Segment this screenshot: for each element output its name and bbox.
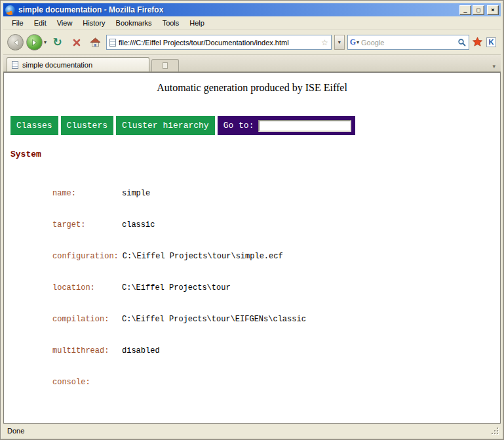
- forward-button[interactable]: [26, 34, 43, 50]
- back-button[interactable]: [7, 34, 24, 50]
- status-bar: Done: [3, 424, 501, 437]
- page-title: Automatic generation produced by ISE Eif…: [9, 82, 495, 94]
- close-button[interactable]: ×: [487, 5, 499, 15]
- system-entry: name:simple: [52, 188, 495, 199]
- navigation-toolbar: ▾ ↻ ☆ ▾ G ▾: [3, 30, 501, 55]
- entry-key: target:: [52, 220, 118, 230]
- system-entry: target:classic: [52, 220, 495, 230]
- entry-value: simple: [122, 189, 150, 198]
- home-button[interactable]: [87, 34, 104, 50]
- search-go-button[interactable]: [456, 37, 467, 48]
- maximize-button[interactable]: □: [473, 5, 484, 15]
- system-entries: name:simple target:classic configuration…: [52, 167, 495, 409]
- clusters-button[interactable]: Clusters: [61, 116, 113, 135]
- cluster-hierarchy-button[interactable]: Cluster hierarchy: [116, 116, 215, 135]
- system-entry: location:C:\Eiffel Projects\tour: [52, 283, 495, 293]
- home-icon: [90, 37, 101, 47]
- reload-icon: ↻: [52, 37, 62, 48]
- menu-tools[interactable]: Tools: [158, 18, 184, 28]
- entry-key: location:: [52, 283, 118, 293]
- address-dropdown-button[interactable]: ▾: [334, 35, 345, 50]
- stop-button[interactable]: [68, 34, 85, 50]
- menu-edit[interactable]: Edit: [29, 18, 51, 28]
- bookmark-star-icon[interactable]: ☆: [321, 38, 328, 47]
- goto-input[interactable]: [258, 120, 351, 132]
- classes-button[interactable]: Classes: [10, 116, 58, 135]
- menu-history[interactable]: History: [78, 18, 109, 28]
- starburst-icon: [473, 37, 482, 47]
- eiffel-doc-page: Automatic generation produced by ISE Eif…: [4, 73, 500, 424]
- entry-value: C:\Eiffel Projects\tour\simple.ecf: [123, 252, 283, 261]
- history-dropdown-icon[interactable]: ▾: [44, 39, 47, 45]
- page-favicon: [109, 39, 116, 47]
- k-logo-icon: K: [486, 37, 496, 47]
- system-entry: multithread:disabled: [52, 346, 495, 356]
- tab-simple-documentation[interactable]: simple documentation: [7, 57, 149, 71]
- menu-bookmarks[interactable]: Bookmarks: [111, 18, 157, 28]
- window-controls: _ □ ×: [459, 5, 499, 15]
- system-entry: console:: [52, 377, 495, 388]
- tab-label: simple documentation: [22, 61, 92, 69]
- entry-key: configuration:: [52, 251, 119, 262]
- addon-icon-2[interactable]: K: [486, 37, 497, 48]
- search-input[interactable]: [361, 39, 454, 47]
- entry-key: console:: [52, 377, 118, 388]
- address-bar[interactable]: ☆: [106, 35, 332, 50]
- window-title: simple documentation - Mozilla Firefox: [18, 5, 456, 14]
- new-tab-stub[interactable]: [151, 59, 179, 71]
- system-heading: System: [10, 150, 495, 159]
- addon-icon-1[interactable]: [472, 37, 483, 48]
- browser-window: simple documentation - Mozilla Firefox _…: [0, 0, 504, 440]
- entry-key: compilation:: [52, 314, 118, 325]
- titlebar[interactable]: simple documentation - Mozilla Firefox _…: [3, 3, 501, 16]
- entry-key: multithread:: [52, 346, 118, 356]
- menu-bar: File Edit View History Bookmarks Tools H…: [3, 16, 501, 30]
- tab-page-icon: [12, 61, 18, 69]
- entry-value: C:\Eiffel Projects\tour\EIFGENs\classic: [122, 315, 306, 324]
- entry-key: name:: [52, 188, 118, 199]
- status-text: Done: [7, 427, 24, 435]
- tab-stub-icon: [163, 62, 168, 69]
- address-input[interactable]: [119, 39, 319, 47]
- goto-box: Go to:: [218, 116, 356, 135]
- menu-file[interactable]: File: [7, 18, 28, 28]
- menu-view[interactable]: View: [52, 18, 77, 28]
- goto-label: Go to:: [223, 121, 254, 130]
- minimize-button[interactable]: _: [459, 5, 471, 15]
- entry-value: disabled: [122, 346, 160, 355]
- system-entry: compilation:C:\Eiffel Projects\tour\EIFG…: [52, 314, 495, 325]
- entry-value: C:\Eiffel Projects\tour: [122, 283, 231, 292]
- system-entry: configuration:C:\Eiffel Projects\tour\si…: [52, 251, 495, 262]
- entry-value: classic: [122, 220, 155, 230]
- engine-dropdown-icon[interactable]: ▾: [357, 39, 359, 45]
- search-box[interactable]: G ▾: [347, 35, 469, 50]
- search-icon: [457, 38, 466, 47]
- forward-arrow-icon: [31, 39, 39, 47]
- browser-content: Automatic generation produced by ISE Eif…: [3, 72, 501, 424]
- back-arrow-icon: [12, 39, 20, 47]
- resize-grip[interactable]: [492, 428, 499, 437]
- doc-nav-top: Classes Clusters Cluster hierarchy Go to…: [10, 116, 355, 135]
- menu-help[interactable]: Help: [185, 18, 209, 28]
- stop-icon: [72, 38, 81, 47]
- tab-bar: simple documentation ▾: [3, 55, 501, 72]
- reload-button[interactable]: ↻: [49, 34, 66, 50]
- tab-list-dropdown-icon[interactable]: ▾: [492, 63, 497, 71]
- google-engine-icon[interactable]: G: [350, 37, 356, 47]
- firefox-icon: [5, 5, 15, 15]
